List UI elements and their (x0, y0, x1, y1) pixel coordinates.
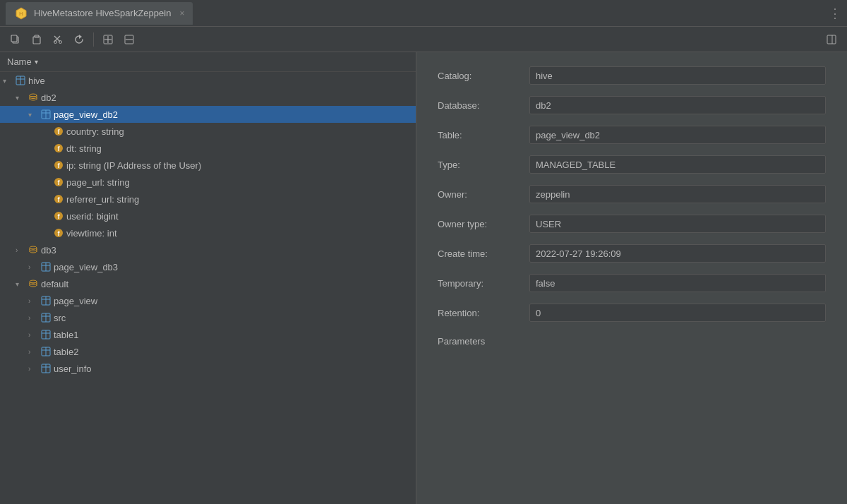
tree-item[interactable]: ›user_info (0, 360, 416, 377)
tree-item[interactable]: ›table1 (0, 326, 416, 343)
detail-row: Type:MANAGED_TABLE (438, 155, 826, 174)
tree-item[interactable]: ▾default (0, 275, 416, 292)
panel-layout-icon (827, 35, 836, 44)
svg-marker-10 (79, 35, 82, 39)
field-icon: f (53, 227, 64, 239)
tab-close-button[interactable]: × (179, 8, 184, 18)
detail-value: false (529, 274, 826, 292)
field-icon: f (53, 160, 64, 171)
expand-arrow[interactable]: › (28, 365, 38, 373)
expand-all-icon (103, 35, 113, 44)
table-icon (40, 261, 52, 272)
refresh-icon (74, 35, 84, 44)
tree-item[interactable]: fviewtime: int (0, 224, 416, 241)
tree-item-label: table1 (54, 330, 78, 340)
detail-value: MANAGED_TABLE (529, 155, 826, 174)
detail-row: Owner type:USER (438, 215, 826, 233)
tree-item[interactable]: fuserid: bigint (0, 208, 416, 224)
detail-row: Database:db2 (438, 96, 826, 114)
tree-item[interactable]: fdt: string (0, 140, 416, 157)
field-icon: f (53, 126, 64, 137)
toolbar (0, 27, 847, 52)
tree-item[interactable]: fpage_url: string (0, 174, 416, 191)
tree-item-label: page_view_db2 (54, 109, 118, 120)
detail-panel: Catalog:hiveDatabase:db2Table:page_view_… (416, 52, 847, 504)
more-options-button[interactable]: ⋮ (829, 6, 841, 21)
expand-arrow[interactable]: › (28, 314, 38, 322)
cut-button[interactable] (48, 30, 68, 49)
expand-all-button[interactable] (98, 30, 118, 49)
title-bar: H HiveMetastore HiveSparkZeppein × ⋮ (0, 0, 847, 27)
svg-point-9 (59, 40, 62, 43)
detail-label: Owner type: (438, 219, 529, 229)
hive-tab-icon: H (14, 6, 28, 20)
table-icon (40, 346, 52, 357)
detail-label: Table: (438, 130, 529, 140)
scissors-icon (53, 35, 63, 44)
panel-toggle-button[interactable] (822, 30, 841, 49)
expand-arrow[interactable]: › (28, 331, 38, 339)
tree-item[interactable]: ▾page_view_db2 (0, 106, 416, 123)
tree-item[interactable]: fcountry: string (0, 123, 416, 140)
tree-item-label: src (54, 313, 66, 323)
title-tab[interactable]: H HiveMetastore HiveSparkZeppein × (6, 2, 193, 25)
tree-item-label: user_info (54, 364, 91, 374)
tree-item[interactable]: freferrer_url: string (0, 191, 416, 208)
expand-arrow[interactable]: › (16, 246, 25, 254)
collapse-all-button[interactable] (119, 30, 139, 49)
expand-arrow[interactable]: › (28, 263, 38, 271)
detail-label: Database: (438, 100, 529, 111)
tree-item[interactable]: ›page_view (0, 292, 416, 309)
toolbar-separator (93, 32, 94, 47)
table-icon (40, 363, 52, 374)
parameters-section-title: Parameters (438, 333, 826, 347)
detail-value: hive (529, 66, 826, 85)
detail-row: Retention:0 (438, 304, 826, 322)
detail-row: Catalog:hive (438, 66, 826, 85)
detail-row: Create time:2022-07-27 19:26:09 (438, 244, 826, 263)
tree-item[interactable]: ›page_view_db3 (0, 258, 416, 275)
tree-item-label: table2 (54, 347, 78, 357)
tree-item[interactable]: ▾hive (0, 72, 416, 89)
refresh-button[interactable] (69, 30, 89, 49)
detail-value: 2022-07-27 19:26:09 (529, 244, 826, 263)
detail-label: Type: (438, 160, 529, 170)
tree-item-label: default (41, 279, 68, 289)
database-icon (28, 92, 39, 103)
tree-item[interactable]: ›src (0, 309, 416, 326)
tree-item-label: page_view (54, 296, 97, 306)
detail-label: Create time: (438, 248, 529, 259)
field-icon: f (53, 143, 64, 154)
paste-icon (32, 35, 42, 44)
detail-label: Retention: (438, 308, 529, 318)
expand-arrow[interactable]: ▾ (16, 280, 25, 288)
expand-arrow[interactable]: ▾ (16, 94, 25, 102)
tree-item-label: country: string (66, 126, 124, 137)
collapse-all-icon (124, 35, 134, 44)
svg-text:H: H (19, 11, 23, 17)
detail-row: Table:page_view_db2 (438, 126, 826, 144)
expand-arrow[interactable]: ▾ (3, 77, 13, 85)
tree-item-label: ip: string (IP Address of the User) (66, 160, 201, 171)
table-icon (40, 295, 52, 306)
copy-button[interactable] (6, 30, 25, 49)
tree-sort-arrow[interactable]: ▾ (35, 58, 38, 66)
tree-item[interactable]: ›db3 (0, 241, 416, 258)
tree-item[interactable]: fip: string (IP Address of the User) (0, 157, 416, 174)
expand-arrow[interactable]: ▾ (28, 111, 38, 119)
tree-item[interactable]: ▾db2 (0, 89, 416, 106)
tree-item-label: db3 (41, 245, 56, 256)
tree-item[interactable]: ›table2 (0, 343, 416, 360)
expand-arrow[interactable]: › (28, 297, 38, 305)
tree-item-label: dt: string (66, 143, 102, 154)
svg-rect-16 (827, 35, 836, 44)
main-layout: Name ▾ ▾hive▾db2▾page_view_db2fcountry: … (0, 52, 847, 504)
detail-label: Catalog: (438, 71, 529, 81)
tree-panel: Name ▾ ▾hive▾db2▾page_view_db2fcountry: … (0, 52, 416, 504)
paste-button[interactable] (27, 30, 47, 49)
expand-arrow[interactable]: › (28, 348, 38, 356)
tree-item-label: referrer_url: string (66, 194, 139, 205)
detail-label: Temporary: (438, 278, 529, 289)
tree-item-label: page_url: string (66, 177, 130, 188)
tree-item-label: viewtime: int (66, 228, 117, 239)
